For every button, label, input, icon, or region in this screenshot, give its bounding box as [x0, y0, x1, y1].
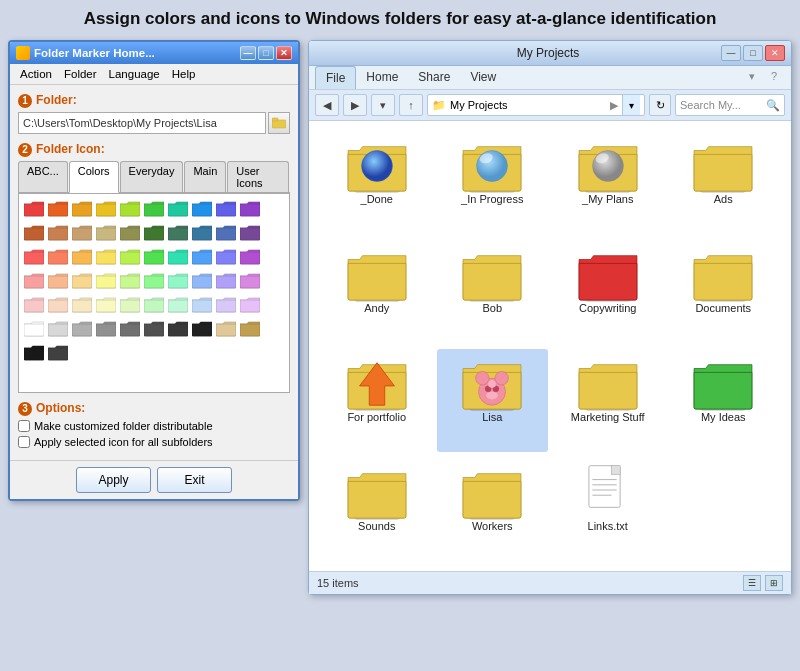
exit-button[interactable]: Exit [157, 467, 232, 493]
maximize-button[interactable]: □ [258, 46, 274, 60]
folder-item[interactable]: Documents [668, 240, 780, 343]
folder-item[interactable]: _Done [321, 131, 433, 234]
color-folder-cell[interactable] [239, 246, 261, 268]
apply-button[interactable]: Apply [76, 467, 151, 493]
color-folder-cell[interactable] [239, 222, 261, 244]
folder-item[interactable]: Workers [437, 458, 549, 561]
color-folder-cell[interactable] [95, 222, 117, 244]
up-button[interactable]: ↑ [399, 94, 423, 116]
color-folder-cell[interactable] [47, 198, 69, 220]
ribbon-tab-file[interactable]: File [315, 66, 356, 89]
browse-button[interactable] [268, 112, 290, 134]
folder-item[interactable]: Andy [321, 240, 433, 343]
color-folder-cell[interactable] [47, 318, 69, 340]
folder-item[interactable]: Bob [437, 240, 549, 343]
color-folder-cell[interactable] [47, 222, 69, 244]
color-folder-cell[interactable] [23, 294, 45, 316]
checkbox-distributable[interactable] [18, 420, 30, 432]
color-folder-cell[interactable] [239, 270, 261, 292]
color-folder-cell[interactable] [215, 318, 237, 340]
ribbon-help-btn[interactable]: ? [763, 66, 785, 89]
folder-item[interactable]: For portfolio [321, 349, 433, 452]
color-folder-cell[interactable] [23, 318, 45, 340]
address-dropdown[interactable]: ▾ [622, 95, 640, 115]
color-folder-cell[interactable] [95, 198, 117, 220]
search-box[interactable]: Search My... 🔍 [675, 94, 785, 116]
color-folder-cell[interactable] [71, 246, 93, 268]
menu-action[interactable]: Action [14, 66, 58, 82]
color-folder-cell[interactable] [143, 318, 165, 340]
color-folder-cell[interactable] [191, 222, 213, 244]
color-folder-cell[interactable] [71, 222, 93, 244]
folder-item[interactable]: Links.txt [552, 458, 664, 561]
color-folder-cell[interactable] [191, 294, 213, 316]
color-folder-cell[interactable] [167, 246, 189, 268]
color-folder-cell[interactable] [167, 222, 189, 244]
ribbon-collapse-btn[interactable]: ▾ [741, 66, 763, 89]
color-folder-cell[interactable] [23, 246, 45, 268]
address-bar[interactable]: 📁 My Projects ▶ ▾ [427, 94, 645, 116]
ribbon-tab-share[interactable]: Share [408, 66, 460, 89]
color-folder-cell[interactable] [191, 246, 213, 268]
color-folder-cell[interactable] [95, 294, 117, 316]
color-folder-cell[interactable] [47, 294, 69, 316]
color-folder-cell[interactable] [119, 246, 141, 268]
color-folder-cell[interactable] [71, 198, 93, 220]
color-folder-cell[interactable] [23, 270, 45, 292]
dropdown-button[interactable]: ▾ [371, 94, 395, 116]
color-folder-cell[interactable] [215, 246, 237, 268]
refresh-button[interactable]: ↻ [649, 94, 671, 116]
color-folder-cell[interactable] [215, 222, 237, 244]
color-folder-cell[interactable] [239, 294, 261, 316]
folder-item[interactable]: _My Plans [552, 131, 664, 234]
folder-item[interactable]: Sounds [321, 458, 433, 561]
color-folder-cell[interactable] [143, 222, 165, 244]
minimize-button[interactable]: — [240, 46, 256, 60]
color-folder-cell[interactable] [143, 246, 165, 268]
color-folder-cell[interactable] [239, 198, 261, 220]
color-folder-cell[interactable] [119, 222, 141, 244]
folder-item[interactable]: My Ideas [668, 349, 780, 452]
forward-button[interactable]: ▶ [343, 94, 367, 116]
folder-item[interactable]: _In Progress [437, 131, 549, 234]
color-folder-cell[interactable] [119, 270, 141, 292]
color-folder-cell[interactable] [47, 342, 69, 364]
search-icon[interactable]: 🔍 [766, 99, 780, 112]
menu-language[interactable]: Language [103, 66, 166, 82]
back-button[interactable]: ◀ [315, 94, 339, 116]
color-folder-cell[interactable] [191, 318, 213, 340]
color-folder-cell[interactable] [191, 198, 213, 220]
tab-abc[interactable]: ABC... [18, 161, 68, 192]
color-folder-cell[interactable] [95, 270, 117, 292]
color-folder-cell[interactable] [119, 198, 141, 220]
color-folder-cell[interactable] [71, 270, 93, 292]
color-folder-cell[interactable] [167, 294, 189, 316]
color-folder-cell[interactable] [167, 270, 189, 292]
exp-maximize-button[interactable]: □ [743, 45, 763, 61]
close-button[interactable]: ✕ [276, 46, 292, 60]
ribbon-tab-view[interactable]: View [460, 66, 506, 89]
folder-item[interactable]: Lisa [437, 349, 549, 452]
folder-item[interactable]: Copywriting [552, 240, 664, 343]
menu-folder[interactable]: Folder [58, 66, 103, 82]
folder-item[interactable]: Ads [668, 131, 780, 234]
ribbon-tab-home[interactable]: Home [356, 66, 408, 89]
color-folder-cell[interactable] [71, 294, 93, 316]
color-folder-cell[interactable] [23, 198, 45, 220]
color-folder-cell[interactable] [119, 318, 141, 340]
color-folder-cell[interactable] [167, 318, 189, 340]
exp-minimize-button[interactable]: — [721, 45, 741, 61]
color-folder-cell[interactable] [71, 318, 93, 340]
exp-close-button[interactable]: ✕ [765, 45, 785, 61]
tab-main[interactable]: Main [184, 161, 226, 192]
large-icons-view-button[interactable]: ⊞ [765, 575, 783, 591]
color-folder-cell[interactable] [143, 270, 165, 292]
color-folder-cell[interactable] [191, 270, 213, 292]
color-folder-cell[interactable] [119, 294, 141, 316]
color-folder-cell[interactable] [95, 318, 117, 340]
color-folder-cell[interactable] [167, 198, 189, 220]
color-folder-cell[interactable] [95, 246, 117, 268]
color-folder-cell[interactable] [143, 294, 165, 316]
color-folder-cell[interactable] [239, 318, 261, 340]
color-folder-cell[interactable] [215, 198, 237, 220]
